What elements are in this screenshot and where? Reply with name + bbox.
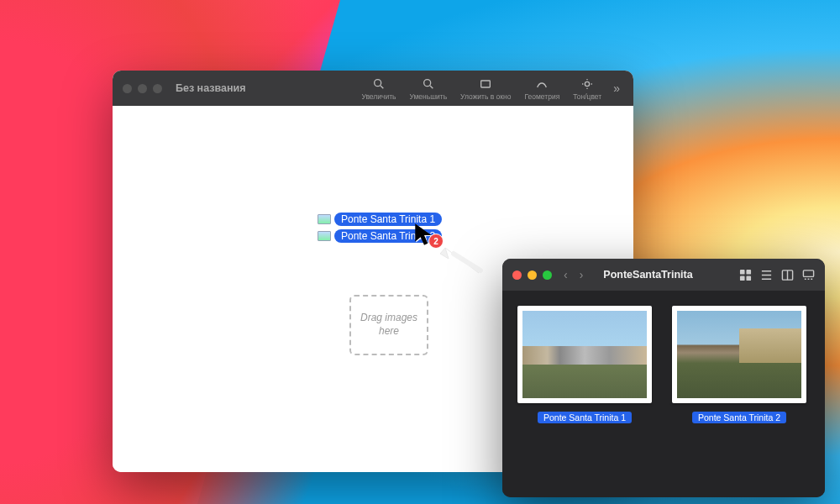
- zoom-out-icon: [421, 76, 436, 92]
- file-thumbnail: [672, 306, 806, 403]
- dragged-file-2: Ponte Santa Trinita 2: [318, 229, 442, 243]
- minimize-button[interactable]: [528, 270, 537, 280]
- nav-arrows: ‹ ›: [564, 268, 583, 281]
- window-controls: [123, 84, 162, 93]
- finder-titlebar[interactable]: ‹ › PonteSantaTrinita: [502, 259, 825, 291]
- forward-button[interactable]: ›: [580, 268, 584, 281]
- zoom-in-icon: [371, 76, 386, 92]
- drag-ghost-arrow-icon: [437, 244, 487, 277]
- view-mode-buttons: [739, 269, 815, 281]
- zoom-out-button[interactable]: Уменьшить: [405, 76, 453, 101]
- file-name-label: Ponte Santa Trinita 1: [538, 412, 632, 423]
- svg-rect-7: [746, 276, 751, 281]
- dragged-file-1: Ponte Santa Trinita 1: [318, 213, 442, 226]
- image-thumb-icon: [318, 214, 331, 224]
- tone-color-label: Тон/цвет: [573, 92, 601, 101]
- close-button[interactable]: [512, 270, 522, 280]
- zoom-in-label: Увеличить: [362, 92, 396, 101]
- fit-window-button[interactable]: Уложить в окно: [455, 76, 516, 101]
- window-controls: [512, 270, 552, 280]
- geometry-label: Геометрия: [525, 92, 560, 101]
- drop-zone-label: Drag images here: [351, 312, 427, 338]
- image-thumb-icon: [318, 231, 331, 241]
- maximize-button[interactable]: [153, 84, 162, 93]
- svg-point-0: [375, 79, 381, 86]
- svg-rect-2: [481, 81, 491, 87]
- svg-rect-5: [746, 269, 751, 274]
- geometry-icon: [534, 76, 549, 92]
- svg-point-3: [585, 81, 590, 86]
- list-view-button[interactable]: [760, 269, 773, 281]
- geometry-button[interactable]: Геометрия: [520, 76, 565, 101]
- file-name-label: Ponte Santa Trinita 2: [692, 412, 786, 423]
- file-thumbnail: [517, 306, 652, 403]
- close-button[interactable]: [123, 84, 132, 93]
- file-item-1[interactable]: Ponte Santa Trinita 1: [516, 306, 654, 487]
- minimize-button[interactable]: [138, 84, 147, 93]
- dragged-file-label: Ponte Santa Trinita 1: [334, 213, 442, 226]
- column-view-button[interactable]: [781, 269, 794, 281]
- fit-window-label: Уложить в окно: [460, 92, 511, 101]
- tone-color-button[interactable]: Тон/цвет: [568, 76, 606, 101]
- window-title: Без названия: [176, 82, 246, 94]
- zoom-in-button[interactable]: Увеличить: [357, 76, 402, 101]
- svg-rect-9: [803, 270, 813, 276]
- toolbar: Увеличить Уменьшить Уложить в окно Геоме…: [357, 76, 624, 101]
- finder-body[interactable]: Ponte Santa Trinita 1 Ponte Santa Trinit…: [502, 291, 825, 497]
- editor-titlebar[interactable]: Без названия Увеличить Уменьшить Уложить…: [113, 71, 633, 106]
- gallery-view-button[interactable]: [802, 269, 815, 281]
- icon-view-button[interactable]: [739, 269, 752, 281]
- maximize-button[interactable]: [543, 270, 552, 280]
- back-button[interactable]: ‹: [564, 268, 568, 281]
- fit-window-icon: [478, 76, 493, 92]
- finder-window: ‹ › PonteSantaTrinita Ponte Santa Trinit…: [502, 259, 825, 497]
- dragged-file-label: Ponte Santa Trinita 2: [334, 229, 442, 243]
- finder-title: PonteSantaTrinita: [603, 269, 692, 281]
- svg-rect-6: [740, 276, 745, 281]
- zoom-out-label: Уменьшить: [410, 92, 448, 101]
- tone-color-icon: [580, 76, 595, 92]
- file-item-2[interactable]: Ponte Santa Trinita 2: [670, 306, 808, 487]
- svg-rect-4: [740, 269, 745, 274]
- svg-point-1: [423, 79, 430, 86]
- drop-zone[interactable]: Drag images here: [349, 295, 428, 355]
- toolbar-overflow-button[interactable]: »: [610, 81, 623, 95]
